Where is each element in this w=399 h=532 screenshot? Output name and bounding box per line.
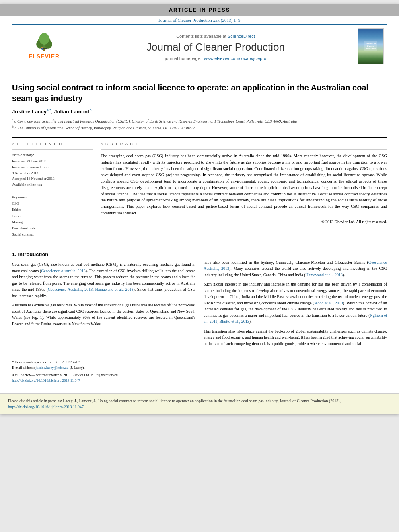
thumbnail-text: Journal ofCleanerProduction	[364, 41, 377, 51]
article-info-abstract-section: A R T I C L E I N F O Article history: R…	[12, 137, 387, 238]
date-revised: 9 November 2013	[12, 170, 93, 176]
date-received: Received 29 June 2013	[12, 158, 93, 164]
doi-line[interactable]: http://dx.doi.org/10.1016/j.jclepro.2013…	[12, 378, 387, 384]
ref-geoscience-3[interactable]: Geoscience Australia, 2013	[204, 260, 387, 271]
main-content: Using social contract to inform social l…	[0, 68, 399, 389]
thumbnail-label: Journal ofCleanerProduction	[366, 42, 376, 50]
article-history-title: Article history:	[12, 153, 93, 157]
citation-doi-link[interactable]: http://dx.doi.org/10.1016/j.jclepro.2013…	[8, 405, 84, 409]
email-label: E-mail address:	[12, 366, 35, 370]
body-para-3: have also been identified in the Sydney,…	[204, 259, 387, 278]
sciencedirect-line: Contents lists available at ScienceDirec…	[176, 34, 255, 39]
keyword-2: Ethics	[12, 207, 93, 213]
article-in-press-banner: ARTICLE IN PRESS	[0, 4, 399, 16]
abstract-column: A B S T R A C T The emerging coal seam g…	[101, 142, 387, 238]
homepage-url[interactable]: www.elsevier.com/locate/jclepro	[204, 56, 266, 61]
banner-text: ARTICLE IN PRESS	[169, 7, 230, 13]
intro-section-title: 1. Introduction	[12, 251, 195, 259]
footnote-area: * Corresponding author. Tel.: +61 7 3327…	[12, 356, 387, 383]
author-1-name: Justine Lacey	[12, 109, 47, 115]
contents-text: Contents lists available at	[176, 34, 226, 39]
corresponding-author-note: * Corresponding author. Tel.: +61 7 3327…	[12, 359, 387, 365]
issn-line: 0959-6526/$ — see front matter © 2013 El…	[12, 372, 387, 378]
affiliation-1: a a Commonwealth Scientific and Industri…	[12, 118, 387, 124]
email-suffix: (J. Lacey).	[70, 366, 85, 370]
keyword-4: Mining	[12, 219, 93, 225]
ref-wood-1[interactable]: Wood et al., 2013	[314, 301, 343, 305]
article-dates: Received 29 June 2013 Received in revise…	[12, 158, 93, 187]
email-link[interactable]: justine.lacey@csiro.au	[35, 366, 68, 370]
body-para-2: Australia has extensive gas resources. W…	[12, 302, 195, 327]
body-section: 1. Introduction Coal seam gas (CSG), als…	[12, 244, 387, 384]
ref-hamawand-1[interactable]: Hamawand et al., 2013	[306, 273, 343, 277]
citation-text: Please cite this article in press as: La…	[8, 398, 341, 403]
date-online: Available online xxx	[12, 182, 93, 187]
journal-thumbnail-section: Journal ofCleanerProduction	[355, 25, 387, 68]
keywords-section: Keywords: CSG Ethics Justice Mining Proc…	[12, 195, 93, 238]
svg-rect-7	[41, 48, 43, 50]
author-1-sup: a,*	[47, 108, 51, 112]
ref-nghiem-1[interactable]: Nghiem et al., 2011; Bhutto et al., 2013	[204, 313, 387, 324]
body-para-1: Coal seam gas (CSG), also known as coal …	[12, 261, 195, 299]
journal-ref-text: Journal of Cleaner Production xxx (2013)…	[159, 18, 241, 23]
homepage-label: journal homepage:	[165, 56, 202, 61]
abstract-text: The emerging coal seam gas (CSG) industr…	[101, 153, 387, 216]
article-info-divider	[12, 149, 93, 150]
ref-geoscience-2[interactable]: Geoscience Australia, 2013; Hamawand et …	[48, 287, 134, 292]
date-accepted: Accepted 16 November 2013	[12, 176, 93, 181]
abstract-header: A B S T R A C T	[101, 142, 387, 146]
article-info-header: A R T I C L E I N F O	[12, 142, 93, 146]
date-revised-label: Received in revised form	[12, 164, 93, 170]
elsevier-wordmark: ELSEVIER	[29, 53, 60, 60]
keyword-6: Social contract	[12, 232, 93, 238]
copyright-line: © 2013 Elsevier Ltd. All rights reserved…	[101, 220, 387, 224]
journal-homepage: journal homepage: www.elsevier.com/locat…	[165, 56, 266, 61]
article-info-column: A R T I C L E I N F O Article history: R…	[12, 142, 93, 238]
journal-header-center: Contents lists available at ScienceDirec…	[76, 25, 355, 68]
body-para-4: Such global interest in the industry and…	[204, 281, 387, 325]
keywords-divider	[12, 191, 93, 191]
abstract-divider	[101, 149, 387, 150]
keyword-1: CSG	[12, 201, 93, 207]
elsevier-tree-icon	[32, 33, 56, 51]
keyword-5: Procedural justice	[12, 225, 93, 231]
article-title: Using social contract to inform social l…	[12, 82, 387, 103]
svg-point-4	[39, 33, 49, 45]
journal-header: ELSEVIER Contents lists available at Sci…	[12, 24, 387, 68]
affiliation-2: b b The University of Queensland, School…	[12, 125, 387, 131]
keywords-title: Keywords:	[12, 195, 93, 199]
elsevier-logo-section: ELSEVIER	[12, 25, 76, 68]
keyword-3: Justice	[12, 213, 93, 219]
email-note: E-mail address: justine.lacey@csiro.au (…	[12, 365, 387, 371]
author-2-sup: b	[89, 108, 91, 112]
citation-bar: Please cite this article in press as: La…	[0, 393, 399, 414]
body-para-5: This transition also takes place against…	[204, 328, 387, 347]
author-2-name: Julian Lamont	[54, 109, 89, 115]
journal-cover-thumbnail: Journal ofCleanerProduction	[358, 28, 384, 64]
page: ARTICLE IN PRESS Journal of Cleaner Prod…	[0, 4, 399, 414]
body-column-1: 1. Introduction Coal seam gas (CSG), als…	[12, 251, 195, 350]
journal-ref-line: Journal of Cleaner Production xxx (2013)…	[0, 16, 399, 24]
authors-line: Justine Laceya,*, Julian Lamontb	[12, 108, 387, 115]
sciencedirect-link[interactable]: ScienceDirect	[228, 34, 255, 39]
ref-geoscience-1[interactable]: Geoscience Australia, 2013	[41, 269, 85, 273]
affiliations: a a Commonwealth Scientific and Industri…	[12, 118, 387, 131]
journal-title: Journal of Cleaner Production	[146, 41, 285, 53]
svg-point-6	[41, 47, 43, 48]
body-column-2: have also been identified in the Sydney,…	[204, 251, 387, 350]
body-two-columns: 1. Introduction Coal seam gas (CSG), als…	[12, 251, 387, 350]
